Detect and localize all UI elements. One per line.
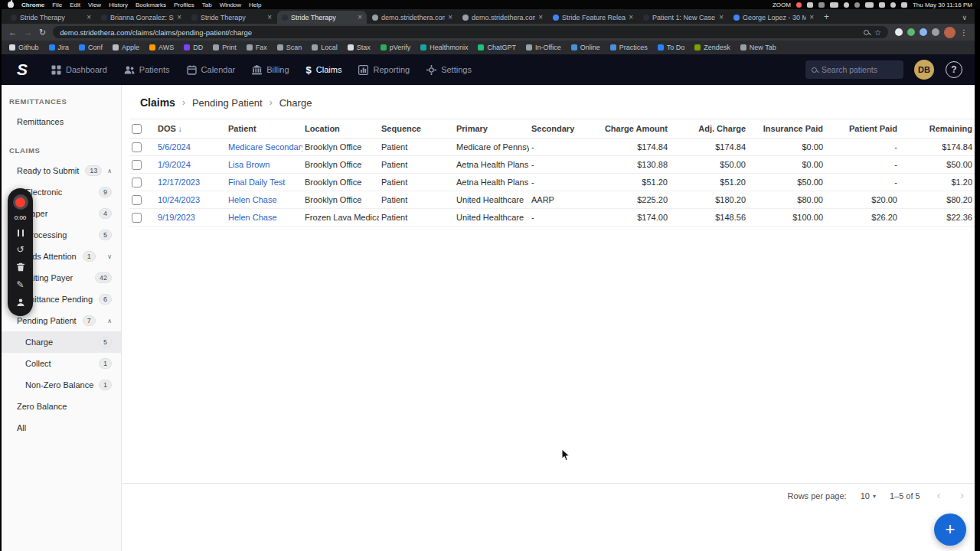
tab-close-icon[interactable]: ×	[629, 13, 633, 21]
display-icon[interactable]	[844, 2, 849, 8]
col-patient-paid[interactable]: Patient Paid	[825, 119, 900, 139]
bookmark-print[interactable]: Print	[213, 44, 237, 51]
bookmark-aws[interactable]: AWS	[149, 44, 174, 51]
cell-patient[interactable]: Final Daily Test	[226, 174, 302, 191]
rows-per-page-select[interactable]: 10 ▾	[861, 491, 876, 500]
dos-link[interactable]: 1/9/2024	[158, 160, 191, 169]
participants-icon[interactable]	[16, 298, 25, 307]
camera-icon[interactable]	[807, 2, 813, 8]
stride-logo[interactable]: S	[17, 60, 28, 79]
chevron-down-icon[interactable]: ∨	[107, 253, 112, 260]
col-secondary[interactable]: Secondary	[529, 119, 596, 139]
col-dos[interactable]: DOS↓	[155, 119, 226, 139]
trash-icon[interactable]	[16, 262, 25, 272]
browser-tab-6[interactable]: demo.stridethera.com/api/p... ×	[458, 11, 547, 24]
tab-close-icon[interactable]: ×	[809, 13, 814, 21]
chevron-up-icon[interactable]: ∧	[107, 168, 112, 174]
table-row-5[interactable]: 9/19/2023 Helen Chase Frozen Lava Medica…	[129, 209, 975, 227]
bookmark-zendesk[interactable]: Zendesk	[694, 44, 730, 51]
table-row-3[interactable]: 12/17/2023 Final Daily Test Brooklyn Off…	[129, 174, 975, 191]
browser-tab-8[interactable]: Patient 1: New Case - 19 Ma... ×	[639, 11, 728, 24]
cell-dos[interactable]: 1/9/2024	[155, 156, 226, 174]
browser-tab-5[interactable]: demo.stridethera.com/api/p... ×	[368, 11, 457, 24]
dos-link[interactable]: 9/19/2023	[158, 213, 195, 222]
prev-page-button[interactable]: ‹	[934, 491, 944, 500]
url-field[interactable]: demo.stridethera.com/claims/claims/pendi…	[53, 26, 888, 38]
bookmark-scan[interactable]: Scan	[277, 44, 302, 51]
table-row-4[interactable]: 10/24/2023 Helen Chase Brooklyn Office P…	[129, 191, 975, 209]
col-insurance-paid[interactable]: Insurance Paid	[748, 119, 825, 139]
mic-icon[interactable]	[818, 2, 825, 8]
zoom-page-icon[interactable]	[864, 30, 869, 35]
pen-icon[interactable]: ✎	[16, 280, 24, 289]
tab-close-icon[interactable]: ×	[177, 13, 181, 21]
row-checkbox[interactable]	[132, 213, 142, 223]
apple-menu-icon[interactable]	[8, 2, 14, 8]
menubar-clock[interactable]: Thu May 30 11:16 PM	[913, 2, 972, 8]
col-charge-amount[interactable]: Charge Amount	[596, 119, 670, 139]
col-sequence[interactable]: Sequence	[379, 119, 454, 139]
sidebar-item-collect[interactable]: Collect 1	[2, 353, 121, 374]
patient-search-box[interactable]	[805, 60, 903, 79]
zoom-app-menu[interactable]: ZOOM	[773, 2, 791, 8]
breadcrumb-claims[interactable]: Claims	[140, 96, 175, 109]
bookmark-to-do[interactable]: To Do	[658, 44, 685, 51]
select-all-header[interactable]	[129, 119, 155, 139]
cell-select[interactable]	[129, 191, 155, 209]
sidebar-item-all[interactable]: All	[2, 417, 121, 439]
tab-search-chevron-icon[interactable]: ∨	[962, 14, 970, 24]
menubar-item-edit[interactable]: Edit	[70, 2, 80, 8]
row-checkbox[interactable]	[132, 195, 142, 205]
nav-item-billing[interactable]: Billing	[243, 54, 297, 85]
do-not-disturb-icon[interactable]	[854, 2, 860, 8]
browser-tab-1[interactable]: Stride Therapy ×	[6, 11, 96, 24]
spotlight-icon[interactable]	[890, 2, 896, 8]
sidebar-item-remittances[interactable]: Remittances	[2, 111, 121, 132]
menubar-item-chrome[interactable]: Chrome	[21, 2, 44, 8]
battery-icon[interactable]	[865, 2, 874, 8]
extension-icon-1[interactable]	[895, 28, 903, 36]
browser-tab-9[interactable]: George Lopez - 30 May 2024... ×	[729, 11, 818, 24]
bookmark-chatgpt[interactable]: ChatGPT	[478, 44, 516, 51]
sidebar-item-non-zero-balance[interactable]: Non-Zero Balance 1	[2, 374, 121, 396]
pause-icon[interactable]	[18, 230, 24, 236]
browser-profile-avatar[interactable]	[944, 27, 956, 38]
bookmark-github[interactable]: Github	[9, 44, 39, 51]
extension-icon-3[interactable]	[920, 28, 927, 36]
tab-close-icon[interactable]: ×	[358, 13, 362, 21]
patient-link[interactable]: Medicare Secondary	[228, 142, 302, 152]
control-center-icon[interactable]	[901, 2, 907, 8]
col-adj-charge[interactable]: Adj. Charge	[670, 119, 748, 139]
cell-dos[interactable]: 5/6/2024	[155, 139, 226, 156]
col-primary[interactable]: Primary	[454, 119, 529, 139]
nav-item-claims[interactable]: $ Claims	[298, 54, 351, 85]
record-dot-icon[interactable]	[796, 2, 802, 8]
cell-dos[interactable]: 12/17/2023	[155, 174, 226, 191]
table-row-1[interactable]: 5/6/2024 Medicare Secondary Brooklyn Off…	[129, 139, 975, 156]
bookmark-in-office[interactable]: In-Office	[526, 44, 561, 51]
chevron-up-icon[interactable]: ∧	[107, 318, 112, 324]
forward-icon[interactable]: →	[24, 28, 32, 37]
bookmark-fax[interactable]: Fax	[247, 44, 267, 51]
sidebar-item-charge[interactable]: Charge 5	[2, 331, 121, 353]
browser-menu-kebab-icon[interactable]: ⋮	[960, 28, 968, 37]
bookmark-stax[interactable]: Stax	[348, 44, 371, 51]
tab-close-icon[interactable]: ×	[719, 13, 724, 21]
tab-close-icon[interactable]: ×	[267, 13, 272, 21]
menubar-item-profiles[interactable]: Profiles	[174, 2, 194, 8]
menubar-item-history[interactable]: History	[109, 2, 128, 8]
wifi-icon[interactable]	[879, 2, 885, 8]
cell-patient[interactable]: Helen Chase	[226, 209, 302, 227]
select-all-checkbox[interactable]	[132, 124, 142, 134]
bookmark-jira[interactable]: Jira	[49, 44, 70, 51]
patient-link[interactable]: Lisa Brown	[228, 160, 270, 169]
cell-select[interactable]	[129, 139, 155, 156]
add-claim-fab[interactable]: +	[934, 514, 966, 546]
nav-item-dashboard[interactable]: Dashboard	[43, 54, 116, 85]
nav-item-calendar[interactable]: Calendar	[178, 54, 244, 85]
bookmark-local[interactable]: Local	[312, 44, 338, 51]
browser-tab-4-active[interactable]: Stride Therapy ×	[277, 11, 367, 24]
cell-patient[interactable]: Lisa Brown	[226, 156, 302, 174]
browser-tab-3[interactable]: Stride Therapy ×	[187, 11, 276, 24]
bookmark-practices[interactable]: Practices	[610, 44, 648, 51]
